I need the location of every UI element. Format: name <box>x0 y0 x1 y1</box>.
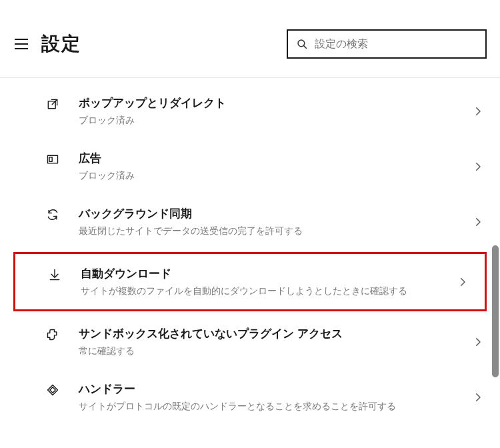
setting-desc: サイトがプロトコルの既定のハンドラーとなることを求めることを許可する <box>79 401 467 413</box>
setting-desc: 常に確認する <box>79 345 467 357</box>
svg-marker-9 <box>50 387 55 393</box>
setting-desc: サイトが複数のファイルを自動的にダウンロードしようとしたときに確認する <box>81 285 451 297</box>
chevron-right-icon <box>472 336 484 348</box>
menu-icon[interactable] <box>15 39 28 49</box>
search-icon <box>296 38 308 50</box>
setting-title: ハンドラー <box>79 381 467 397</box>
chevron-right-icon <box>472 216 484 228</box>
setting-row-external-link[interactable]: ポップアップとリダイレクト ブロック済み <box>0 83 500 139</box>
handler-icon <box>45 383 60 397</box>
setting-title: 自動ダウンロード <box>81 266 451 281</box>
chevron-right-icon <box>472 391 484 403</box>
setting-row-handler[interactable]: ハンドラー サイトがプロトコルの既定のハンドラーとなることを求めることを許可する <box>0 369 500 425</box>
setting-title: バックグラウンド同期 <box>79 206 467 221</box>
chevron-right-icon <box>457 276 469 288</box>
setting-desc: ブロック済み <box>79 170 467 182</box>
search-box[interactable] <box>287 29 487 59</box>
scrollbar[interactable] <box>492 245 499 377</box>
setting-title: ポップアップとリダイレクト <box>79 95 467 111</box>
setting-row-ad[interactable]: 広告 ブロック済み <box>0 139 500 194</box>
setting-desc: ブロック済み <box>79 115 467 127</box>
plugin-icon <box>45 327 60 342</box>
page-title: 設定 <box>41 31 81 57</box>
setting-row-download[interactable]: 自動ダウンロード サイトが複数のファイルを自動的にダウンロードしようとしたときに… <box>15 254 485 309</box>
chevron-right-icon <box>472 161 484 173</box>
svg-rect-5 <box>49 157 52 162</box>
svg-line-3 <box>52 99 57 105</box>
setting-desc: 最近閉じたサイトでデータの送受信の完了を許可する <box>79 225 467 237</box>
setting-title: サンドボックス化されていないプラグイン アクセス <box>79 326 467 341</box>
svg-point-0 <box>298 40 305 47</box>
sync-icon <box>45 207 60 222</box>
chevron-right-icon <box>472 105 484 117</box>
svg-marker-8 <box>48 385 58 395</box>
external-link-icon <box>45 97 60 111</box>
setting-row-sync[interactable]: バックグラウンド同期 最近閉じたサイトでデータの送受信の完了を許可する <box>0 194 500 249</box>
setting-title: 広告 <box>79 151 467 166</box>
ad-icon <box>45 152 60 167</box>
highlight-box: 自動ダウンロード サイトが複数のファイルを自動的にダウンロードしようとしたときに… <box>13 252 487 311</box>
search-input[interactable] <box>315 38 477 50</box>
download-icon <box>47 267 62 282</box>
svg-line-1 <box>304 46 307 49</box>
setting-row-plugin[interactable]: サンドボックス化されていないプラグイン アクセス 常に確認する <box>0 314 500 369</box>
